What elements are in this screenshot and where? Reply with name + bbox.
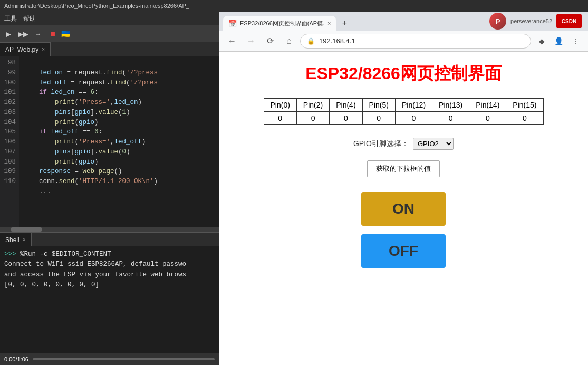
pin-header-4: Pin(4)	[330, 99, 362, 112]
browser-tab-title: ESP32/8266网页控制界面(AP模...	[240, 20, 324, 27]
shell-command-line: >>> %Run -c $EDITOR_CONTENT	[4, 249, 215, 260]
pin-val-14: 0	[469, 112, 506, 125]
pin-val-13: 0	[432, 112, 469, 125]
code-scrollbar[interactable]	[0, 227, 219, 232]
pin-table: Pin(0) Pin(2) Pin(4) Pin(5) Pin(12) Pin(…	[264, 98, 544, 125]
code-scrollbar-thumb[interactable]	[11, 227, 42, 232]
browser-panel: 📅 ESP32/8266网页控制界面(AP模... × + P persever…	[219, 12, 588, 365]
progress-bar-container: 0:00/1:06	[0, 353, 219, 365]
run-btn[interactable]: ▶	[2, 28, 15, 40]
pin-val-4: 0	[330, 112, 362, 125]
code-content: led_on = request.find('/?press led_off =…	[19, 56, 219, 227]
browser-chrome: 📅 ESP32/8266网页控制界面(AP模... × + P persever…	[219, 12, 588, 52]
gpio-selector-row: GPIO引脚选择： GPIO2 GPIO0 GPIO4 GPIO5 GPIO12…	[353, 138, 454, 150]
file-tab-name: AP_Web.py	[5, 46, 38, 53]
stop-btn[interactable]: ■	[46, 28, 59, 40]
browser-reload-btn[interactable]: ⟳	[262, 34, 278, 49]
toolbar: ▶ ▶▶ → ■ 🇺🇦	[0, 25, 219, 42]
flag-icon: 🇺🇦	[61, 30, 70, 38]
browser-actions: ◆ 👤 ⋮	[534, 34, 583, 49]
shell-panel: Shell × >>> %Run -c $EDITOR_CONTENT Conn…	[0, 232, 219, 353]
progress-time: 0:00/1:06	[4, 356, 28, 362]
browser-profile-name: perseverance52	[510, 18, 552, 24]
shell-output-2: and access the ESP via your favorite web…	[4, 270, 215, 280]
pin-val-5: 0	[362, 112, 395, 125]
code-editor[interactable]: 98 99 100 101 102 103 104 105 106 107 10…	[0, 56, 219, 227]
file-tab-bar: AP_Web.py ×	[0, 42, 219, 56]
menu-tools[interactable]: 工具	[4, 14, 17, 23]
pin-header-15: Pin(15)	[506, 99, 543, 112]
shell-tab-bar: Shell ×	[0, 233, 219, 246]
shell-command: %Run -c $EDITOR_CONTENT	[16, 251, 111, 258]
progress-bar-track[interactable]	[33, 358, 215, 360]
shell-content[interactable]: >>> %Run -c $EDITOR_CONTENT Connect to W…	[0, 246, 219, 353]
pin-header-0: Pin(0)	[264, 99, 296, 112]
browser-back-btn[interactable]: ←	[224, 34, 240, 49]
browser-tab-bar: 📅 ESP32/8266网页控制界面(AP模... × + P persever…	[219, 12, 588, 31]
pin-val-0: 0	[264, 112, 296, 125]
shell-tab-label: Shell	[5, 236, 20, 244]
user-profile-btn[interactable]: 👤	[551, 34, 566, 49]
debug-btn[interactable]: ▶▶	[17, 28, 30, 40]
pin-header-13: Pin(13)	[432, 99, 469, 112]
pin-val-12: 0	[395, 112, 432, 125]
browser-new-tab-btn[interactable]: +	[337, 16, 352, 31]
browser-home-btn[interactable]: ⌂	[281, 34, 297, 49]
pin-header-2: Pin(2)	[296, 99, 329, 112]
pin-header-12: Pin(12)	[395, 99, 432, 112]
lock-icon: 🔒	[307, 37, 315, 45]
gpio-label: GPIO引脚选择：	[353, 139, 409, 149]
page-title-area: ESP32/8266网页控制界面	[305, 62, 502, 85]
extension-btn[interactable]: ◆	[534, 34, 549, 49]
pin-header-14: Pin(14)	[469, 99, 506, 112]
pin-table-value-row: 0 0 0 0 0 0 0 0	[264, 112, 543, 125]
path-bar: Administrator\Desktop\Pico_MircoPython_E…	[0, 0, 588, 12]
shell-prompt: >>>	[4, 251, 16, 258]
menu-bar: 工具 帮助	[0, 12, 219, 25]
gpio-select[interactable]: GPIO2 GPIO0 GPIO4 GPIO5 GPIO12 GPIO13 GP…	[413, 138, 454, 150]
browser-avatar[interactable]: P	[489, 13, 506, 30]
shell-tab[interactable]: Shell ×	[0, 233, 32, 246]
browser-tab-close[interactable]: ×	[327, 20, 331, 26]
browser-content: ESP32/8266网页控制界面 Pin(0) Pin(2) Pin(4) Pi…	[219, 52, 588, 365]
browser-profile-area: P perseverance52 CSDN	[483, 12, 588, 31]
step-btn[interactable]: →	[32, 28, 44, 40]
shell-tab-close[interactable]: ×	[23, 237, 26, 243]
address-bar[interactable]: 🔒 192.168.4.1	[300, 34, 531, 49]
csdn-logo[interactable]: CSDN	[556, 14, 582, 28]
page-title: ESP32/8266网页控制界面	[305, 64, 502, 83]
pin-val-15: 0	[506, 112, 543, 125]
shell-output-3: [0, 0, 0, 0, 0, 0, 0, 0]	[4, 280, 215, 290]
browser-forward-btn[interactable]: →	[243, 34, 259, 49]
browser-toolbar: ← → ⟳ ⌂ 🔒 192.168.4.1 ◆ 👤 ⋮	[219, 31, 588, 52]
shell-output-1: Connect to WiFi ssid ESP8266AP, default …	[4, 260, 215, 270]
browser-tab-active[interactable]: 📅 ESP32/8266网页控制界面(AP模... ×	[223, 16, 336, 31]
menu-help[interactable]: 帮助	[23, 14, 36, 23]
pin-val-2: 0	[296, 112, 329, 125]
address-text: 192.168.4.1	[319, 37, 355, 45]
off-button[interactable]: OFF	[361, 234, 446, 268]
get-value-button[interactable]: 获取的下拉框的值	[367, 160, 440, 177]
pin-header-5: Pin(5)	[362, 99, 395, 112]
browser-tab-favicon: 📅	[228, 20, 237, 27]
pin-table-header-row: Pin(0) Pin(2) Pin(4) Pin(5) Pin(12) Pin(…	[264, 99, 543, 112]
path-text: Administrator\Desktop\Pico_MircoPython_E…	[4, 3, 189, 9]
more-options-btn[interactable]: ⋮	[568, 34, 583, 49]
file-tab[interactable]: AP_Web.py ×	[0, 42, 51, 56]
file-tab-close[interactable]: ×	[42, 46, 45, 52]
line-numbers: 98 99 100 101 102 103 104 105 106 107 10…	[0, 56, 19, 227]
on-button[interactable]: ON	[361, 192, 446, 226]
